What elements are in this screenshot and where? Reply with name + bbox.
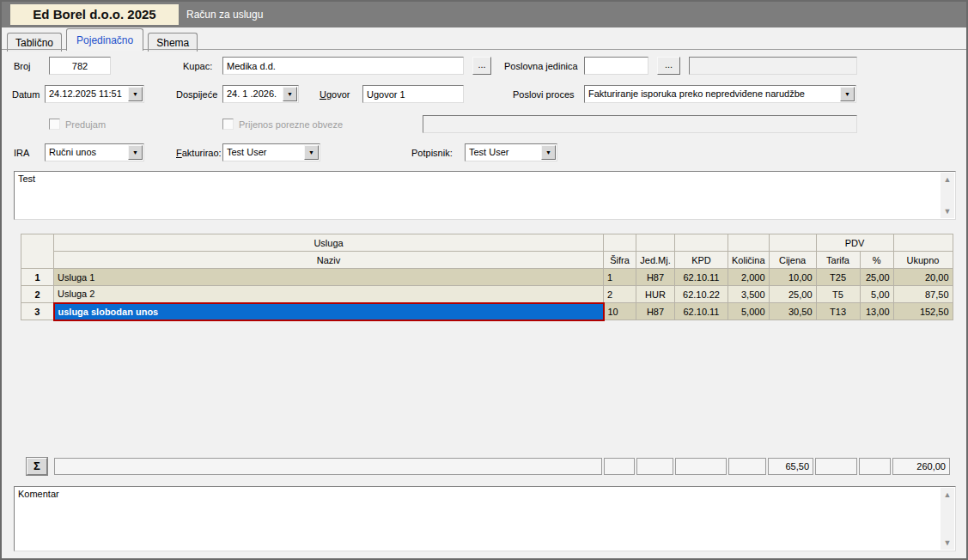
cell-cijena[interactable]: 10,00 — [769, 269, 816, 286]
cell-jedmj[interactable]: H87 — [636, 269, 675, 286]
scroll-up-icon[interactable]: ▲ — [941, 490, 954, 499]
grid-group-empty — [893, 234, 953, 252]
poslovna-jedinica-input[interactable] — [584, 57, 648, 75]
ira-combo[interactable]: Ručni unos ▼ — [45, 143, 144, 161]
potpisnik-label: Potpisnik: — [411, 148, 453, 158]
grid-group-empty — [675, 234, 728, 252]
tab-tablicno[interactable]: Tablično — [7, 33, 62, 52]
cell-tarifa[interactable]: T13 — [816, 303, 860, 320]
company-name: Ed Borel d.o.o. 2025 — [10, 4, 179, 25]
row-number[interactable]: 2 — [21, 286, 54, 303]
komentar-text: Komentar — [18, 489, 938, 499]
ira-value: Ručni unos — [49, 147, 96, 157]
grid-row-selected: 3 usluga slobodan unos 10 H87 62.10.11 5… — [21, 303, 953, 320]
chevron-down-icon[interactable]: ▼ — [283, 87, 297, 101]
grid-group-pdv: PDV — [816, 234, 893, 252]
sum-jedmj-cell — [636, 458, 673, 475]
fakturirao-combo[interactable]: Test User ▼ — [222, 143, 320, 161]
cell-naziv[interactable]: Usluga 1 — [54, 269, 604, 286]
grid-col-kpd: KPD — [675, 252, 728, 269]
grid-group-empty — [636, 234, 675, 252]
prijenos-porezne-obveze-checkbox — [222, 119, 234, 130]
poslovna-jedinica-browse-button[interactable]: ... — [657, 57, 680, 75]
cell-kolicina[interactable]: 2,000 — [728, 269, 770, 286]
cell-sifra[interactable]: 10 — [604, 303, 636, 320]
cell-naziv[interactable]: Usluga 2 — [54, 286, 604, 303]
sum-tarifa-cell — [815, 458, 857, 475]
grid-sum-row: Σ 65,50 260,00 — [21, 458, 951, 476]
cell-ukupno[interactable]: 20,00 — [893, 269, 953, 286]
grid-col-cijena: Cijena — [769, 252, 816, 269]
document-title: Račun za uslugu — [186, 9, 263, 21]
tab-pojedinacno[interactable]: Pojedinačno — [66, 28, 143, 51]
scroll-up-icon[interactable]: ▲ — [941, 175, 954, 184]
napomena-scrollbar[interactable]: ▲ ▼ — [941, 173, 954, 218]
cell-tarifa[interactable]: T25 — [816, 269, 860, 286]
potpisnik-value: Test User — [469, 147, 508, 157]
cell-cijena[interactable]: 25,00 — [769, 286, 816, 303]
grid-row: 1 Usluga 1 1 H87 62.10.11 2,000 10,00 T2… — [21, 269, 953, 286]
scroll-down-icon[interactable]: ▼ — [941, 207, 954, 216]
predujam-checkbox — [49, 119, 60, 130]
komentar-scrollbar[interactable]: ▲ ▼ — [941, 488, 954, 550]
tab-shema[interactable]: Shema — [148, 33, 198, 52]
ugovor-input[interactable] — [362, 85, 464, 103]
poslovi-proces-value: Fakturiranje isporuka preko nepredviđene… — [588, 88, 805, 99]
fakturirao-label: Fakturirao: — [176, 148, 222, 158]
row-number[interactable]: 1 — [21, 269, 54, 286]
grid-col-jedmj: Jed.Mj. — [636, 252, 675, 269]
potpisnik-combo[interactable]: Test User ▼ — [465, 143, 557, 161]
sum-ukupno-cell: 260,00 — [892, 458, 950, 475]
cell-ukupno[interactable]: 87,50 — [893, 286, 953, 303]
ugovor-label: Ugovor — [320, 89, 350, 100]
cell-kolicina[interactable]: 3,500 — [728, 286, 770, 303]
cell-pct[interactable]: 13,00 — [860, 303, 893, 320]
grid-corner-header — [21, 234, 54, 269]
chevron-down-icon[interactable]: ▼ — [128, 145, 143, 160]
cell-kpd[interactable]: 62.10.11 — [675, 269, 728, 286]
cell-pct[interactable]: 5,00 — [860, 286, 893, 303]
grid-col-pct: % — [860, 252, 893, 269]
komentar-textarea[interactable]: Komentar ▲ ▼ — [14, 486, 956, 551]
poslovi-proces-label: Poslovi proces — [513, 89, 575, 100]
grid-group-empty — [769, 234, 816, 252]
kupac-browse-button[interactable]: ... — [472, 57, 491, 75]
kupac-label: Kupac: — [183, 61, 212, 71]
kupac-input[interactable] — [222, 57, 464, 75]
cell-tarifa[interactable]: T5 — [816, 286, 860, 303]
sum-pct-cell — [859, 458, 891, 475]
cell-kpd[interactable]: 62.10.22 — [675, 286, 728, 303]
grid-col-naziv: Naziv — [54, 252, 604, 269]
chevron-down-icon[interactable]: ▼ — [541, 145, 556, 160]
napomena-textarea[interactable]: Test ▲ ▼ — [14, 171, 956, 220]
tab-strip: Tablično Pojedinačno Shema — [2, 27, 966, 50]
scroll-down-icon[interactable]: ▼ — [941, 539, 954, 547]
grid-row: 2 Usluga 2 2 HUR 62.10.22 3,500 25,00 T5… — [21, 286, 953, 303]
row-number[interactable]: 3 — [21, 303, 54, 320]
broj-input[interactable] — [49, 57, 111, 75]
cell-sifra[interactable]: 1 — [604, 269, 636, 286]
chevron-down-icon[interactable]: ▼ — [128, 87, 143, 101]
cell-naziv-selected[interactable]: usluga slobodan unos — [54, 303, 604, 320]
cell-kolicina[interactable]: 5,000 — [728, 303, 770, 320]
cell-cijena[interactable]: 30,50 — [769, 303, 816, 320]
chevron-down-icon[interactable]: ▼ — [840, 87, 855, 101]
chevron-down-icon[interactable]: ▼ — [304, 145, 319, 160]
cell-jedmj[interactable]: H87 — [636, 303, 675, 320]
sum-naziv-cell — [54, 458, 602, 475]
cell-ukupno[interactable]: 152,50 — [893, 303, 953, 320]
services-grid: Usluga PDV Naziv Šifra Jed.Mj. KPD Količ… — [21, 234, 953, 321]
dospijece-combo[interactable]: 24. 1 .2026. ▼ — [222, 85, 299, 103]
cell-kpd[interactable]: 62.10.11 — [675, 303, 728, 320]
extra-disabled-field — [423, 115, 857, 133]
dospijece-label: Dospijeće — [176, 89, 217, 100]
datum-combo[interactable]: 24.12.2025 11:51 ▼ — [45, 85, 144, 103]
sum-button[interactable]: Σ — [27, 458, 47, 475]
cell-sifra[interactable]: 2 — [604, 286, 636, 303]
sum-sifra-cell — [604, 458, 635, 475]
poslovi-proces-combo[interactable]: Fakturiranje isporuka preko nepredviđene… — [584, 85, 856, 103]
prijenos-porezne-obveze-label: Prijenos porezne obveze — [239, 119, 343, 130]
cell-jedmj[interactable]: HUR — [636, 286, 675, 303]
cell-pct[interactable]: 25,00 — [860, 269, 893, 286]
grid-col-kolicina: Količina — [728, 252, 770, 269]
